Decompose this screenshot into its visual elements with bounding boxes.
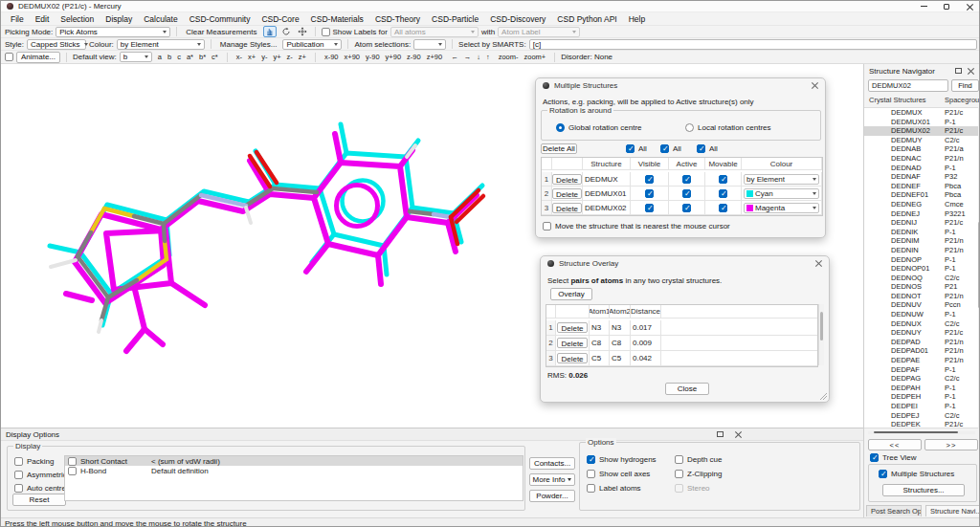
list-item[interactable]: DEDNOPP-1 bbox=[864, 255, 978, 265]
smarts-input[interactable]: [c] bbox=[529, 39, 977, 50]
active-checkbox[interactable] bbox=[669, 172, 705, 187]
label-type-dropdown[interactable]: Atom Label bbox=[498, 27, 580, 37]
list-item[interactable]: DEDNINP21/n bbox=[864, 246, 978, 255]
delete-button[interactable]: Delete bbox=[556, 336, 590, 351]
list-item[interactable]: DEDNUYP21/c bbox=[864, 328, 978, 338]
dialog-title-bar[interactable]: Multiple Structures bbox=[536, 78, 825, 93]
toolbar-button-y90[interactable]: y-90 bbox=[363, 52, 383, 62]
list-item[interactable]: DEDNOTP21/n bbox=[864, 292, 978, 301]
list-item[interactable]: DEDPAEP21/n bbox=[864, 356, 978, 365]
close-icon[interactable] bbox=[968, 68, 974, 75]
menu-csd-theory[interactable]: CSD-Theory bbox=[369, 14, 426, 24]
toolbar-button-z[interactable]: z- bbox=[284, 52, 296, 62]
style-dropdown[interactable]: Capped Sticks bbox=[27, 39, 86, 50]
toolbar-button-[interactable]: ↑ bbox=[483, 52, 493, 62]
menu-calculate[interactable]: Calculate bbox=[138, 14, 183, 24]
default-view-dropdown[interactable]: b bbox=[120, 52, 152, 62]
list-item[interactable]: DEDNIKP-1 bbox=[864, 228, 978, 237]
movable-checkbox[interactable] bbox=[705, 201, 742, 215]
close-icon[interactable] bbox=[812, 82, 818, 89]
show-cell-axes-checkbox[interactable]: Show cell axes bbox=[587, 470, 650, 478]
delete-button[interactable]: Delete bbox=[552, 187, 583, 201]
menu-csd-materials[interactable]: CSD-Materials bbox=[305, 14, 369, 24]
manage-styles-button[interactable]: Manage Styles... bbox=[217, 40, 280, 49]
list-item[interactable]: DEDPEKP21/c bbox=[864, 420, 978, 428]
maximize-button[interactable] bbox=[935, 1, 958, 12]
list-item[interactable]: DEDNEJP3221 bbox=[864, 209, 978, 219]
colour-dropdown[interactable]: Cyan bbox=[742, 187, 822, 201]
labels-scope-dropdown[interactable]: All atoms bbox=[390, 27, 479, 37]
list-item[interactable]: DEDMUXP21/c bbox=[864, 108, 978, 118]
list-item[interactable]: DEDPADP21/n bbox=[864, 338, 978, 347]
find-button[interactable]: Find bbox=[951, 79, 979, 92]
list-item[interactable]: Short Contact< (sum of vdW radii) bbox=[65, 456, 523, 466]
list-item[interactable]: DEDMUX02P21/c bbox=[864, 126, 978, 136]
overlay-button[interactable]: Overlay bbox=[550, 288, 592, 300]
show-labels-checkbox[interactable] bbox=[322, 28, 330, 36]
list-item[interactable]: DEDNABP21/a bbox=[864, 144, 978, 154]
movable-checkbox[interactable] bbox=[705, 172, 742, 187]
list-item[interactable]: DEDPEJC2/c bbox=[864, 411, 978, 421]
animate-button[interactable]: Animate... bbox=[16, 52, 60, 63]
scrollbar-thumb[interactable] bbox=[820, 312, 823, 340]
structures-button[interactable]: Structures... bbox=[882, 484, 965, 496]
prev-page-button[interactable]: << bbox=[868, 439, 922, 450]
h-scrollbar[interactable] bbox=[868, 431, 975, 434]
contacts-button[interactable]: Contacts... bbox=[529, 457, 575, 470]
toolbar-button-a[interactable]: a bbox=[155, 52, 165, 62]
toolbar-button-zoom[interactable]: zoom- bbox=[496, 52, 522, 62]
packing-checkbox[interactable]: Packing bbox=[14, 457, 54, 466]
picking-mode-dropdown[interactable]: Pick Atoms bbox=[56, 27, 170, 37]
colour-dropdown[interactable]: by Element bbox=[742, 172, 822, 187]
list-item[interactable]: DEDNIMP21/n bbox=[864, 236, 978, 246]
delete-button[interactable]: Delete bbox=[556, 320, 590, 336]
all-active-checkbox[interactable]: All bbox=[660, 144, 681, 153]
list-item[interactable]: DEDMUYC2/c bbox=[864, 136, 978, 145]
toolbar-button-y[interactable]: y+ bbox=[270, 52, 283, 62]
toolbar-button-x90[interactable]: x-90 bbox=[322, 52, 342, 62]
list-item[interactable]: DEDNUVPccn bbox=[864, 300, 978, 310]
toolbar-button-x90[interactable]: x+90 bbox=[342, 52, 363, 62]
delete-button[interactable]: Delete bbox=[552, 201, 583, 215]
list-item[interactable]: DEDPEIP-1 bbox=[864, 402, 978, 411]
toolbar-button-y[interactable]: y- bbox=[258, 52, 270, 62]
more-info-button[interactable]: More Info bbox=[529, 473, 575, 486]
toolbar-button-y90[interactable]: y+90 bbox=[383, 52, 404, 62]
toolbar-button-[interactable]: → bbox=[461, 52, 475, 62]
list-item[interactable]: DEDPAGC2/c bbox=[864, 374, 978, 384]
scrollbar[interactable] bbox=[818, 304, 824, 365]
structure-view[interactable]: Multiple Structures Actions, e.g. packin… bbox=[1, 64, 863, 428]
close-icon[interactable] bbox=[815, 260, 822, 267]
dialog-title-bar[interactable]: Structure Overlay bbox=[541, 256, 829, 271]
list-item[interactable]: DEDMUX01P-1 bbox=[864, 118, 978, 127]
list-item[interactable]: DEDNIJP21/c bbox=[864, 218, 978, 228]
depth-cue-checkbox[interactable]: Depth cue bbox=[675, 455, 722, 464]
visible-checkbox[interactable] bbox=[631, 172, 669, 187]
toolbar-button-x[interactable]: x+ bbox=[245, 52, 258, 62]
delete-all-button[interactable]: Delete All bbox=[541, 143, 577, 154]
list-item[interactable]: DEDNUXC2/c bbox=[864, 319, 978, 329]
list-item[interactable]: DEDNOQC2/c bbox=[864, 274, 978, 283]
crystal-structures-list[interactable]: DEDMUXP21/cDEDMUX01P-1DEDMUX02P21/cDEDMU… bbox=[864, 107, 978, 428]
menu-display[interactable]: Display bbox=[100, 14, 138, 24]
menu-selection[interactable]: Selection bbox=[55, 14, 100, 24]
list-item[interactable]: DEDNUWP-1 bbox=[864, 310, 978, 319]
list-item[interactable]: DEDPAFP-1 bbox=[864, 365, 978, 375]
atom-selections-dropdown[interactable] bbox=[413, 39, 446, 50]
colour-dropdown[interactable]: Magenta bbox=[742, 201, 822, 215]
auto-centre-checkbox[interactable]: Auto centre bbox=[14, 484, 66, 493]
menu-help[interactable]: Help bbox=[623, 14, 651, 24]
toolbar-button-c[interactable]: c bbox=[174, 52, 184, 62]
float-icon[interactable] bbox=[955, 68, 962, 74]
menu-file[interactable]: File bbox=[5, 14, 30, 24]
tab-post-search-options[interactable]: Post Search Op... bbox=[866, 505, 922, 516]
resize-grip[interactable] bbox=[820, 393, 827, 400]
translate-tool-button[interactable] bbox=[296, 26, 309, 37]
menu-csd-community[interactable]: CSD-Community bbox=[184, 14, 256, 24]
toolbar-button-z90[interactable]: z+90 bbox=[424, 52, 445, 62]
publication-dropdown[interactable]: Publication bbox=[282, 39, 342, 50]
delete-button[interactable]: Delete bbox=[552, 172, 583, 187]
list-item[interactable]: DEDPAHP-1 bbox=[864, 384, 978, 393]
powder-button[interactable]: Powder... bbox=[529, 490, 575, 502]
rotate-tool-button[interactable] bbox=[279, 26, 293, 37]
